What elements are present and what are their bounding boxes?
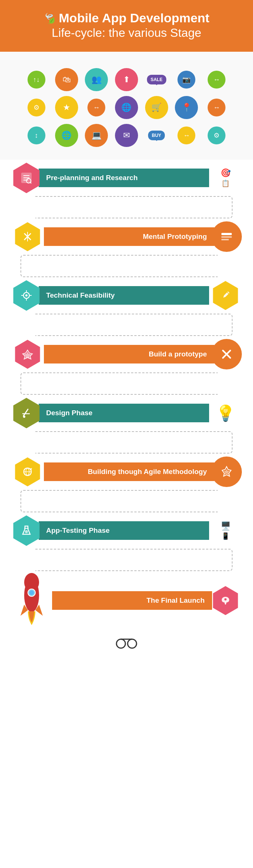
stage-icon-pre-planning — [11, 163, 42, 193]
deco-monitor: 🖥️ 📱 — [221, 521, 231, 540]
stage-deco-mental-prototyping — [11, 221, 44, 252]
hero-bubble-3: 👥 — [85, 68, 108, 91]
hero-bubble-17: ✉ — [115, 124, 138, 147]
stage-icon-design-phase — [11, 398, 42, 428]
hero-bubble-10: 🌐 — [115, 96, 138, 119]
header-title-line2: Life-cycle: — [52, 26, 105, 39]
stage-banner-mental-prototyping: Mental Prototyping — [44, 227, 214, 246]
hero-speech-sale: SALE — [147, 75, 166, 84]
deco-lightbulb: 💡 — [216, 404, 235, 422]
connector-1 — [35, 196, 233, 218]
stages-section: Pre-planning and Research 🎯 📋 Mental Pro… — [0, 160, 253, 634]
svg-point-34 — [116, 639, 125, 648]
stage-banner-final-launch: The Final Launch — [52, 591, 212, 610]
stage-label-build-prototype: Build a prototype — [149, 350, 207, 358]
hero-section: ↑↓ 🛍 👥 ⬆ SALE 📷 ↔ ⚙ ★ ↔ 🌐 🛒 📍 ↔ ↕ 🌐 💻 ✉ … — [0, 52, 253, 160]
stage-label-final-launch: The Final Launch — [147, 596, 205, 605]
stage-deco-technical-feasibility — [209, 280, 242, 311]
deco-hex-build-prototype — [13, 340, 42, 369]
connector-6 — [20, 490, 218, 512]
deco-hex-final-launch — [211, 586, 240, 615]
hero-bubble-15: 🌐 — [55, 124, 78, 147]
svg-point-35 — [128, 639, 137, 648]
hero-bubble-5: 📷 — [177, 71, 195, 89]
stage-banner-agile: Building though Agile Methodology — [44, 462, 214, 481]
header-title-line1: Mobile App Development — [59, 10, 209, 26]
stage-deco-build-prototype — [11, 339, 44, 369]
stage-banner-app-testing: App-Testing Phase — [39, 521, 209, 540]
stage-row-design-phase: Design Phase 💡 — [0, 395, 253, 431]
svg-rect-8 — [221, 239, 229, 240]
stage-deco-app-testing: 🖥️ 📱 — [209, 515, 242, 546]
rocket-svg — [15, 571, 48, 627]
stage-deco-design-phase: 💡 — [209, 398, 242, 428]
deco-hex-technical-feasibility — [211, 281, 240, 310]
header-title: 🍃 Mobile App Development Life-cycle: the… — [15, 10, 238, 40]
stage-icon-technical-feasibility — [11, 280, 42, 311]
stage-label-agile: Building though Agile Methodology — [88, 468, 207, 476]
stage-row-pre-planning: Pre-planning and Research 🎯 📋 — [0, 160, 253, 196]
hero-speech-buy: BUY — [148, 131, 165, 140]
stage-row-mental-prototyping: Mental Prototyping — [0, 218, 253, 255]
svg-rect-7 — [221, 236, 232, 238]
stage-icon-build-prototype — [211, 339, 242, 369]
svg-rect-6 — [221, 233, 232, 235]
svg-point-17 — [25, 294, 28, 297]
connector-4 — [20, 372, 218, 395]
hero-bubble-19: ⚙ — [208, 126, 225, 144]
stage-banner-pre-planning: Pre-planning and Research — [39, 169, 209, 187]
leaf-icon: 🍃 — [41, 9, 59, 27]
hero-bubble-12: 📍 — [175, 96, 198, 119]
stage-banner-technical-feasibility: Technical Feasibility — [39, 286, 209, 305]
svg-point-33 — [224, 598, 227, 600]
hero-bubble-13: ↔ — [208, 99, 225, 116]
hero-bubble-14: ↕ — [28, 126, 45, 144]
final-launch-section: The Final Launch — [0, 571, 253, 631]
hero-bubble-1: ↑↓ — [28, 71, 45, 89]
connector-7 — [35, 549, 233, 571]
connector-3 — [35, 314, 233, 336]
stage-row-build-prototype: Build a prototype — [0, 336, 253, 372]
footer — [0, 634, 253, 660]
stage-label-mental-prototyping: Mental Prototyping — [143, 233, 207, 241]
stage-deco-agile — [11, 457, 44, 487]
hero-bubble-18: ↔ — [177, 126, 195, 144]
hero-bubble-4: ⬆ — [115, 68, 138, 91]
hero-bubble-6: ↔ — [208, 71, 225, 89]
stage-banner-design-phase: Design Phase — [39, 404, 209, 422]
stage-row-agile: Building though Agile Methodology — [0, 454, 253, 490]
hero-bubbles: ↑↓ 🛍 👥 ⬆ SALE 📷 ↔ ⚙ ★ ↔ 🌐 🛒 📍 ↔ ↕ 🌐 💻 ✉ … — [19, 63, 234, 152]
stage-label-design-phase: Design Phase — [46, 409, 93, 417]
stage-label-app-testing: App-Testing Phase — [46, 526, 110, 535]
connector-5 — [35, 431, 233, 454]
hero-bubble-7: ⚙ — [28, 99, 45, 116]
hero-bubble-8: ★ — [55, 96, 78, 119]
footer-logo — [115, 638, 138, 652]
stage-row-technical-feasibility: Technical Feasibility — [0, 277, 253, 314]
rocket-illustration — [11, 571, 52, 627]
deco-hex-agile — [13, 457, 42, 486]
deco-hex-mental-prototyping — [13, 222, 42, 251]
final-launch-row: The Final Launch — [52, 585, 242, 616]
svg-line-18 — [228, 292, 229, 293]
svg-point-28 — [25, 530, 28, 533]
svg-point-32 — [29, 590, 34, 595]
header-subtitle: the various Stage — [105, 26, 201, 39]
stage-deco-pre-planning: 🎯 📋 — [209, 163, 242, 193]
hero-bubble-9: ↔ — [87, 99, 105, 116]
page-header: 🍃 Mobile App Development Life-cycle: the… — [0, 0, 253, 52]
hero-bubble-16: 💻 — [85, 124, 108, 147]
stage-icon-app-testing — [11, 515, 42, 546]
stage-label-pre-planning: Pre-planning and Research — [46, 174, 138, 182]
svg-point-23 — [23, 416, 25, 418]
connector-2 — [20, 255, 218, 277]
stage-icon-agile — [211, 457, 242, 487]
stage-icon-mental-prototyping — [211, 221, 242, 252]
stage-row-app-testing: App-Testing Phase 🖥️ 📱 — [0, 512, 253, 549]
stage-banner-build-prototype: Build a prototype — [44, 345, 214, 363]
stage-deco-final-launch — [209, 585, 242, 616]
hero-bubble-11: 🛒 — [145, 96, 168, 119]
logo-svg — [115, 638, 138, 649]
hero-bubble-2: 🛍 — [55, 68, 78, 91]
stage-label-technical-feasibility: Technical Feasibility — [46, 291, 115, 300]
